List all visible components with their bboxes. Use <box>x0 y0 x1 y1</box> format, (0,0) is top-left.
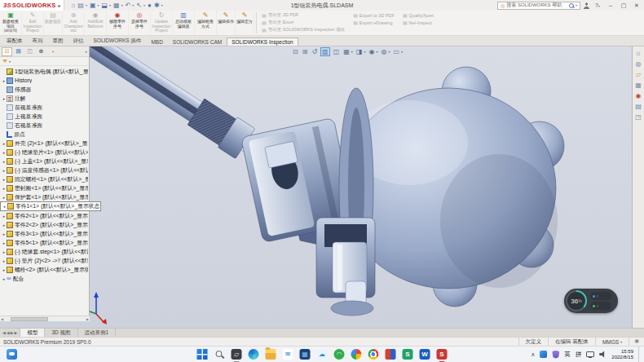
view-orientation-icon-dropdown[interactable]: ▾ <box>351 50 353 54</box>
3d-views-tab[interactable]: 3D 视图 <box>45 329 77 337</box>
scroll-left-icon[interactable]: ◀ <box>0 317 4 321</box>
custom-properties-icon[interactable]: ▤ <box>635 103 642 110</box>
resources-home-icon[interactable]: ⌂ <box>637 50 641 57</box>
select-icon-dropdown[interactable]: ▾ <box>143 3 145 7</box>
select-balloons-button[interactable]: ◎选择零件序号 <box>129 11 151 35</box>
tree-scrollbar[interactable]: ◀ ▶ <box>0 316 90 321</box>
widgets-icon[interactable] <box>7 349 17 360</box>
new-inspection-project-button[interactable]: ▣新建检查项目(amp;N) <box>0 11 22 35</box>
tab-sketch[interactable]: 草图 <box>48 36 68 46</box>
tree-item[interactable]: ▸零件3<1> (默认<<默认>_显示状 <box>0 229 88 238</box>
volume-tray-icon[interactable] <box>599 351 607 358</box>
edit-inspection-methods-button[interactable]: ✎编辑检查方式 <box>195 11 217 35</box>
tree-item[interactable]: 1型铠装热电偶 (默认<默认_显示状态-1 <box>0 67 88 76</box>
mail-app-icon[interactable]: ✉ <box>283 349 293 360</box>
close-button[interactable]: ✕ <box>632 2 642 9</box>
dimxpertmanager-tab[interactable]: ⊕ <box>36 47 46 56</box>
print-icon-dropdown[interactable]: ▾ <box>121 3 123 7</box>
motion-study-tab[interactable]: 运动算例1 <box>78 329 117 337</box>
tree-item[interactable]: 前视基准面 <box>0 103 88 112</box>
snipping-app-icon[interactable]: ▱ <box>232 349 242 360</box>
tree-item[interactable]: ▸(-) 垫片 (2)<2> ->? (默认<<默认 <box>0 256 88 265</box>
minimize-button[interactable]: – <box>606 2 615 8</box>
tree-item[interactable]: ▸零件1<1> (默认<<默认>_显示状态 <box>0 201 101 211</box>
browser-green-app-icon[interactable]: ◠ <box>334 349 345 360</box>
tree-item[interactable]: ▸密封圈<1> (默认<<默认>_显示状 <box>0 183 88 192</box>
tree-item[interactable]: ▸保护套<1> (默认<<默认>_显示状 <box>0 192 88 201</box>
select-icon[interactable]: ↖ <box>136 2 142 10</box>
tree-item[interactable]: ▸History <box>0 76 88 85</box>
help-search-input[interactable]: ◎ 搜索 SOLIDWORKS 帮助 ▾ <box>497 2 580 10</box>
options-icon[interactable]: ✱ <box>154 2 160 10</box>
displaymanager-tab[interactable]: ◔ <box>47 47 58 56</box>
tree-item[interactable]: ▸(-) 温度传感器<1> (默认<<默认>_ <box>0 166 88 174</box>
recorder-widget[interactable]: 36% ≡ ≡ <box>564 289 618 313</box>
edit-operations-button[interactable]: ✎编辑操作 <box>217 11 236 35</box>
print-icon[interactable]: ▦ <box>113 2 120 10</box>
restore-button[interactable]: ▢ <box>619 2 629 9</box>
display-tray-icon[interactable] <box>586 351 594 357</box>
hide-show-items-icon[interactable]: ◉ <box>368 47 375 56</box>
filter-dropdown-icon[interactable]: ▾ <box>9 60 11 64</box>
panel-collapse-arrow[interactable]: » <box>85 49 87 54</box>
tab-scroll-3[interactable]: ▶ <box>15 330 18 335</box>
tree-item[interactable]: ▸零件2<1> (默认<<默认>_显示状 <box>0 211 88 220</box>
recorder-percent-ring[interactable]: 36% <box>566 290 587 311</box>
scroll-right-icon[interactable]: ▶ <box>86 317 90 321</box>
new-document-icon[interactable]: ▤ <box>77 2 84 10</box>
tree-item[interactable]: 右视基准面 <box>0 121 88 130</box>
start-button[interactable] <box>197 349 208 360</box>
propertymanager-tab[interactable]: ▤ <box>13 47 24 56</box>
tree-filter[interactable]: ▾ <box>0 57 89 66</box>
tree-item[interactable]: 上视基准面 <box>0 112 88 121</box>
ime-language-indicator[interactable]: 英 <box>564 351 571 359</box>
store-app-icon[interactable]: ▦ <box>300 349 311 360</box>
tree-item[interactable]: ▸(-) 绝缘套.step<1> (默认<<默认> <box>0 247 88 256</box>
tree-item[interactable]: ▸(-) 上盖<1> (默认<<默认>_显示状 <box>0 157 88 166</box>
file-explorer-app-icon[interactable] <box>266 349 276 360</box>
tree-item[interactable]: ▸外壳 (2)<1> (默认<<默认>_显示状 <box>0 139 88 148</box>
solidworks-app-icon[interactable]: S <box>437 349 448 360</box>
remove-balloons-button[interactable]: ◉移除零件序号 <box>107 11 129 35</box>
onedrive-tray-icon[interactable] <box>540 351 547 358</box>
previous-view-icon[interactable]: ↺ <box>311 47 318 56</box>
options-icon-dropdown[interactable]: ▾ <box>161 3 163 7</box>
tab-assembly[interactable]: 装配体 <box>2 36 28 46</box>
view-orientation-icon[interactable]: ▦ <box>342 47 351 56</box>
zoom-fit-icon[interactable]: ⊡ <box>292 47 299 56</box>
docs-green-app-icon[interactable]: S <box>403 349 413 360</box>
view-settings-icon[interactable]: ▭ <box>392 47 400 56</box>
tab-scroll-2[interactable]: ▶ <box>11 330 14 335</box>
recorder-button-bottom[interactable]: ≡ <box>590 302 611 310</box>
tree-item[interactable]: 原点 <box>0 130 88 139</box>
ime-mode-indicator[interactable]: 拼 <box>576 351 582 359</box>
tab-scroll-1[interactable]: ◀ <box>7 330 10 335</box>
chrome-app-icon[interactable] <box>368 349 379 360</box>
tab-mbd[interactable]: MBD <box>146 38 167 46</box>
dynamic-annotation-icon[interactable]: ◫ <box>333 47 341 56</box>
undo-icon-dropdown[interactable]: ▾ <box>132 3 134 7</box>
tree-item[interactable]: ▸注解 <box>0 94 88 103</box>
search-dropdown-icon[interactable]: ▾ <box>576 3 577 7</box>
featuremanager-tab[interactable]: ☷ <box>2 47 12 56</box>
cloud-app-icon[interactable]: ☁ <box>317 349 328 360</box>
tree-item[interactable]: ▸螺栓<2> (默认<<默认>_显示状态 <box>0 265 88 274</box>
hide-show-items-icon-dropdown[interactable]: ▾ <box>376 50 377 54</box>
edit-appearance-icon-dropdown[interactable]: ▾ <box>388 50 390 54</box>
home-icon[interactable]: ⌂ <box>71 2 75 10</box>
edge-app-icon[interactable] <box>249 349 259 360</box>
launch-template-editor-button[interactable]: ▥启动模板编辑器 <box>173 11 195 35</box>
colorwheel-app-icon[interactable] <box>351 349 362 360</box>
tray-chevron-icon[interactable]: ∧ <box>531 351 535 358</box>
dictionary-app-icon[interactable] <box>386 349 396 360</box>
tree-item[interactable]: 传感器 <box>0 85 88 94</box>
undo-icon[interactable]: ↶ <box>126 2 131 10</box>
tree-item[interactable]: ▸零件5<1> (默认<<默认>_显示状态 <box>0 238 88 247</box>
tab-addins[interactable]: SOLIDWORKS 插件 <box>89 36 147 46</box>
design-library-icon[interactable]: ◍ <box>636 60 642 68</box>
file-explorer-icon[interactable]: ▱ <box>636 71 641 78</box>
tab-scroll-0[interactable]: ◀ <box>2 330 6 335</box>
save-icon-dropdown[interactable]: ▾ <box>109 3 111 7</box>
model-3d-view[interactable] <box>0 46 644 328</box>
word-app-icon[interactable]: W <box>420 349 430 360</box>
